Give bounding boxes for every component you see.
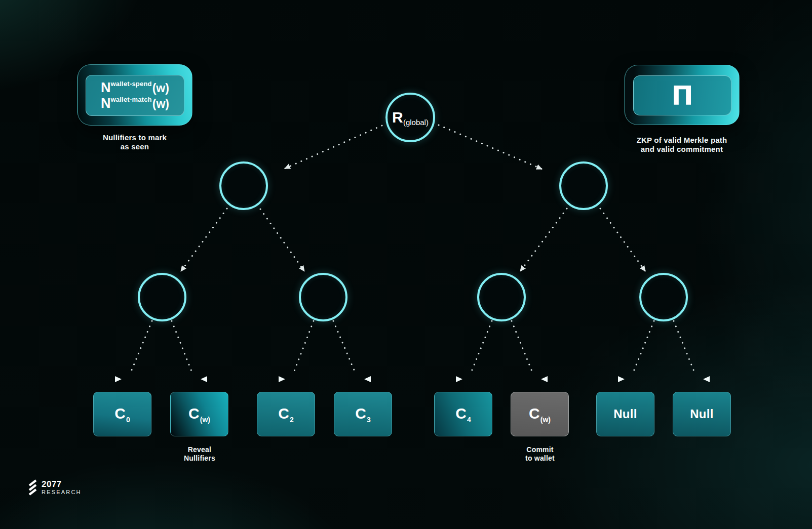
pi-symbol: Π [671,83,693,109]
arrowhead-leaf2 [279,376,285,382]
leaf-label: C4 [455,405,471,424]
arrowhead-leaf3 [364,376,371,382]
nullifier-box-caption: Nullifiers to mark as seen [74,133,196,151]
leaf-label: C2 [278,405,293,424]
leaf-node-c0: C0 [93,392,151,436]
reveal-nullifiers-caption: Reveal Nullifiers [159,445,240,462]
edge-root-right [439,125,542,169]
zkp-proof-box: Π [625,65,740,125]
leaf-node-c2: C2 [257,392,315,436]
formula-wallet-match: Nwallet-match(w) [101,96,169,110]
edge-rr-leaf7 [674,321,695,374]
tree-node-left-right [299,273,347,321]
tree-node-right-left [477,273,526,321]
leaf-label: C(w) [188,405,210,424]
zkp-proof-panel: Π [633,75,731,115]
logo-subtitle: RESEARCH [42,490,82,495]
logo-2077-research: 2077 RESEARCH [28,479,82,496]
tree-node-right-right [639,273,688,321]
arrowhead-leaf5 [541,376,548,382]
diagram-canvas: R(global) C0 C(w) C2 C3 C4 C(w) Null Nul… [0,0,812,529]
edge-rl-leaf5 [512,321,533,374]
leaf-node-null-1: Null [596,392,654,436]
formula-wallet-spend: Nwallet-spend(w) [101,80,169,95]
arrowhead-leaf7 [703,376,710,382]
tree-node-root: R(global) [385,93,435,142]
nullifier-formula-panel: Nwallet-spend(w) Nwallet-match(w) [86,75,184,116]
root-label: R(global) [392,109,429,127]
leaf-node-c4: C4 [434,392,492,436]
edge-lr-leaf2 [293,321,314,374]
leaf-node-null-2: Null [673,392,731,436]
leaf-label: Null [613,407,637,421]
leaf-label: C3 [355,405,370,424]
leaf-node-cw-commit: C(w) [511,392,569,436]
edge-r-rr [600,209,645,271]
arrowhead-leaf4 [456,376,462,382]
nullifier-formula-box: Nwallet-spend(w) Nwallet-match(w) [78,64,192,126]
edge-rl-leaf4 [471,321,492,374]
logo-title: 2077 [42,480,82,489]
leaf-node-cw-reveal: C(w) [170,392,228,436]
leaf-node-c3: C3 [334,392,392,436]
leaf-label: C(w) [529,405,551,424]
edge-lr-leaf3 [333,321,356,374]
tree-node-left [219,161,268,210]
logo-text: 2077 RESEARCH [42,480,82,495]
edge-l-lr [260,209,304,271]
arrowhead-leaf6 [618,376,625,382]
edge-r-rl [520,209,567,271]
tree-node-right [559,161,608,210]
edge-ll-leaf0 [130,321,152,374]
tree-node-left-left [138,273,186,321]
edge-l-ll [181,209,227,271]
edge-root-left [285,126,382,169]
commit-to-wallet-caption: Commit to wallet [499,445,581,462]
arrowhead-leaf0 [115,376,122,382]
arrowhead-leaf1 [201,376,207,382]
zkp-box-caption: ZKP of valid Merkle path and valid commi… [606,136,758,153]
edge-ll-leaf1 [172,321,192,374]
leaf-label: C0 [114,405,130,424]
logo-slashes-icon [28,479,38,496]
edge-rr-leaf6 [633,321,654,374]
leaf-label: Null [690,407,714,421]
